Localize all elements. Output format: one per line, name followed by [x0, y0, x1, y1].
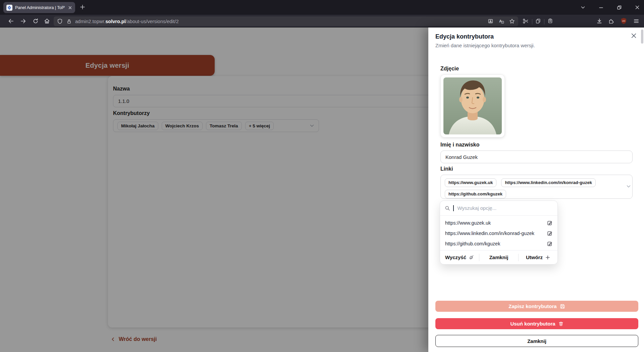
page-content: ToPWR Edycja wersji Nazwa Kontrybutorzy … — [0, 27, 644, 352]
forward-button[interactable] — [20, 18, 26, 24]
plus-icon — [545, 255, 550, 260]
dropdown-option[interactable]: https://github.com/kguzek — [440, 238, 557, 249]
edit-icon[interactable] — [547, 220, 552, 226]
menu-hamburger-icon[interactable] — [633, 18, 639, 24]
dropdown-search-input[interactable] — [457, 205, 539, 211]
dropdown-option[interactable]: https://www.guzek.uk — [440, 218, 557, 228]
save-contributor-button[interactable]: Zapisz kontrybutora — [435, 301, 638, 312]
fullname-input[interactable] — [440, 151, 633, 163]
drawer-title: Edycja kontrybutora — [435, 33, 494, 40]
links-dropdown: https://www.guzek.uk https://www.linkedi… — [440, 200, 558, 265]
tab-list-chevron-icon[interactable] — [579, 3, 587, 11]
create-option-button[interactable]: Utwórz — [519, 250, 557, 264]
new-tab-button[interactable] — [79, 4, 86, 10]
url-text: admin2.topwr.solvro.pl/about-us/versions… — [75, 19, 179, 24]
close-dropdown-button[interactable]: Zamknij — [479, 250, 518, 264]
svg-text:UO: UO — [622, 20, 626, 22]
translate-icon[interactable]: A — [498, 18, 504, 24]
tab-title: Panel Administratora | ToPWR b — [15, 5, 65, 10]
tab-close-icon[interactable] — [68, 6, 72, 10]
text-caret — [453, 205, 454, 211]
scrollbar-thumb[interactable] — [641, 30, 643, 44]
reload-button[interactable] — [33, 18, 39, 24]
browser-tab-bar: Panel Administratora | ToPWR b — [0, 0, 644, 15]
extensions-puzzle-icon[interactable] — [608, 18, 614, 24]
floppy-save-icon — [560, 304, 565, 309]
tab-favicon-icon — [6, 5, 12, 11]
link-chip[interactable]: https://www.guzek.uk — [445, 178, 496, 187]
tracking-shield-icon[interactable] — [57, 18, 63, 24]
ublock-origin-icon[interactable]: UO — [620, 17, 627, 24]
url-bar[interactable]: admin2.topwr.solvro.pl/about-us/versions… — [54, 16, 518, 26]
copy-pages-icon[interactable] — [535, 18, 541, 24]
trash-icon — [558, 321, 564, 326]
back-button[interactable] — [8, 18, 14, 24]
window-minimize-button[interactable] — [597, 3, 605, 11]
home-button[interactable] — [44, 18, 50, 24]
dropdown-search-row[interactable] — [440, 201, 557, 216]
search-icon — [445, 206, 450, 211]
links-label: Linki — [440, 166, 453, 172]
lock-icon[interactable] — [66, 19, 72, 24]
delete-contributor-button[interactable]: Usuń kontrybutora — [435, 318, 638, 329]
edit-icon[interactable] — [547, 241, 552, 246]
browser-tab[interactable]: Panel Administratora | ToPWR b — [3, 2, 75, 13]
edit-icon[interactable] — [547, 231, 552, 236]
window-close-button[interactable] — [633, 3, 641, 11]
close-drawer-button[interactable]: Zamknij — [435, 335, 638, 347]
link-chip[interactable]: https://www.linkedin.com/in/konrad-guzek — [501, 178, 596, 187]
bookmark-star-icon[interactable] — [509, 18, 515, 24]
edit-contributor-drawer: Edycja kontrybutora Zmień dane istniejąc… — [428, 27, 644, 352]
fullname-label: Imię i nazwisko — [440, 142, 479, 148]
screenshot-scissors-icon[interactable] — [523, 18, 529, 24]
save-page-icon[interactable] — [488, 18, 493, 24]
dropdown-option[interactable]: https://www.linkedin.com/in/konrad-guzek — [440, 228, 557, 238]
clear-options-button[interactable]: Wyczyść — [440, 250, 479, 264]
window-restore-button[interactable] — [615, 3, 623, 11]
link-chip[interactable]: https://github.com/kguzek — [445, 190, 506, 198]
drawer-subtitle: Zmień dane istniejącego kontrybutora wer… — [435, 43, 535, 48]
broom-icon — [469, 255, 474, 260]
chevron-down-icon[interactable] — [626, 184, 631, 189]
downloads-icon[interactable] — [596, 18, 602, 24]
drawer-close-icon[interactable] — [631, 33, 637, 39]
browser-toolbar: admin2.topwr.solvro.pl/about-us/versions… — [0, 15, 644, 27]
clipboard-icon[interactable] — [547, 18, 553, 24]
links-select[interactable]: https://www.guzek.uk https://www.linkedi… — [440, 175, 633, 199]
photo-label: Zdjęcie — [440, 66, 459, 72]
contributor-photo[interactable] — [440, 74, 505, 137]
